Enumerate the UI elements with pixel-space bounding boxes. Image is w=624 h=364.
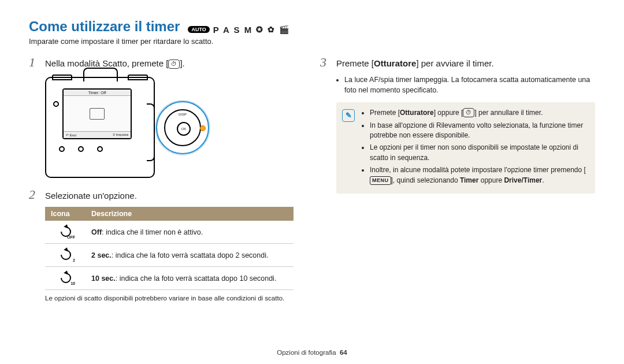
step-1-before: Nella modalità Scatto, premete [ bbox=[45, 58, 168, 68]
mode-scene-icon: ✪ bbox=[256, 25, 264, 34]
step-1-after: ]. bbox=[180, 58, 184, 68]
th-desc: Descrizione bbox=[86, 207, 294, 221]
row-1-bold: 2 sec. bbox=[91, 251, 112, 259]
row-0-bold: Off bbox=[91, 228, 102, 236]
dpad-highlight-icon bbox=[200, 125, 206, 131]
footer-section: Opzioni di fotografia bbox=[277, 349, 336, 356]
step-2-text: Selezionate un'opzione. bbox=[45, 188, 137, 201]
footer-page-number: 64 bbox=[340, 349, 347, 356]
page-title: Come utilizzare il timer bbox=[29, 18, 180, 35]
mode-auto-badge: AUTO bbox=[188, 26, 209, 33]
step-3-bold: Otturatore bbox=[374, 58, 416, 68]
mode-strip: AUTO P A S M ✪ ✿ 🎬 bbox=[188, 25, 290, 35]
step-3-after: ] per avviare il timer. bbox=[416, 58, 493, 68]
page-footer: Opzioni di fotografia 64 bbox=[0, 349, 624, 356]
camera-body: Timer: Off ↶ Esci ≡ Imposta bbox=[45, 77, 155, 178]
mode-smart-icon: ✿ bbox=[268, 25, 276, 34]
camera-screen-foot-right: ≡ Imposta bbox=[113, 133, 128, 137]
dpad-disp-label: DISP bbox=[179, 113, 187, 116]
mode-letters: P A S M bbox=[213, 25, 252, 35]
step-3-sub-item: La luce AF/spia timer lampeggia. La foto… bbox=[344, 75, 595, 95]
options-table: Icona Descrizione OFF Off: indica che il… bbox=[45, 207, 294, 290]
step-3-before: Premete [ bbox=[336, 58, 374, 68]
step-1-number: 1 bbox=[29, 56, 39, 69]
timer-key-icon: ⏱ bbox=[463, 108, 474, 117]
note-box: ✎ Premete [Otturatore] oppure [⏱] per an… bbox=[336, 102, 595, 194]
dpad-ok-label: OK bbox=[177, 122, 191, 136]
mode-movie-icon: 🎬 bbox=[279, 25, 290, 34]
table-footnote: Le opzioni di scatto disponibili potrebb… bbox=[45, 295, 304, 302]
step-2-number: 2 bbox=[29, 188, 39, 201]
th-icon: Icona bbox=[45, 207, 86, 221]
table-row: 10 10 sec.: indica che la foto verrà sca… bbox=[45, 267, 294, 290]
timer-key-icon: ⏱ bbox=[168, 60, 180, 69]
timer-off-icon: OFF bbox=[59, 225, 72, 237]
note-item: Inoltre, in alcune modalità potete impos… bbox=[370, 165, 587, 185]
step-3-number: 3 bbox=[320, 56, 330, 69]
timer-10s-icon: 10 bbox=[59, 271, 72, 284]
step-3-sub: La luce AF/spia timer lampeggia. La foto… bbox=[336, 75, 595, 95]
timer-2s-icon: 2 bbox=[59, 248, 72, 261]
row-2-rest: : indica che la foto verrà scattata dopo… bbox=[116, 274, 277, 283]
step-1-text: Nella modalità Scatto, premete [⏱]. bbox=[45, 56, 185, 69]
note-item: Le opzioni per il timer non sono disponi… bbox=[370, 143, 587, 163]
intro-text: Imparate come impostare il timer per rit… bbox=[29, 37, 595, 46]
note-item: In base all'opzione di Rilevamento volto… bbox=[370, 121, 587, 141]
dpad-icon: DISP OK bbox=[164, 109, 201, 146]
row-1-rest: : indica che la foto verrà scattata dopo… bbox=[112, 251, 269, 259]
menu-key-icon: MENU bbox=[370, 176, 391, 185]
table-row: OFF Off: indica che il timer non è attiv… bbox=[45, 221, 294, 244]
dpad-callout: DISP OK bbox=[164, 109, 201, 146]
camera-screen: Timer: Off ↶ Esci ≡ Imposta bbox=[62, 88, 132, 139]
camera-screen-title: Timer: Off bbox=[64, 90, 131, 96]
camera-illustration: Timer: Off ↶ Esci ≡ Imposta DISP OK bbox=[45, 77, 304, 178]
row-0-rest: : indica che il timer non è attivo. bbox=[102, 228, 203, 236]
note-item: Premete [Otturatore] oppure [⏱] per annu… bbox=[370, 108, 587, 118]
table-row: 2 2 sec.: indica che la foto verrà scatt… bbox=[45, 244, 294, 267]
step-3-text: Premete [Otturatore] per avviare il time… bbox=[336, 56, 494, 69]
camera-screen-foot-left: ↶ Esci bbox=[66, 133, 76, 137]
note-info-icon: ✎ bbox=[342, 109, 355, 122]
row-2-bold: 10 sec. bbox=[91, 274, 116, 283]
